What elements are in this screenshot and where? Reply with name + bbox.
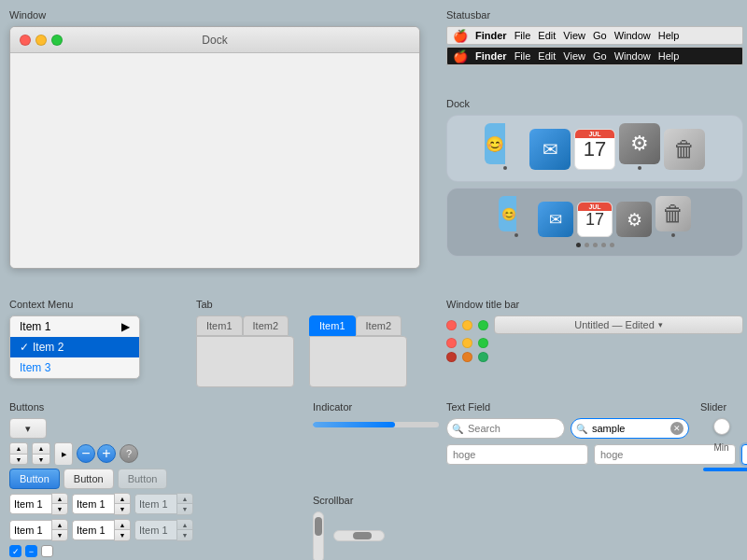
file-menu-dark[interactable]: File (514, 50, 531, 62)
go-menu-item[interactable]: Go (593, 30, 607, 41)
text-input-1[interactable] (446, 444, 588, 465)
primary-button-label: Button (20, 473, 49, 484)
titlebar-minimize-2[interactable] (462, 338, 472, 348)
title-dropdown-icon[interactable]: ▾ (658, 320, 663, 329)
clear-button[interactable]: ✕ (670, 422, 684, 435)
stepper-down-2[interactable]: ▼ (115, 504, 130, 514)
checkbox-minus[interactable]: − (25, 545, 37, 557)
stepper-up-2[interactable]: ▲ (115, 494, 130, 504)
stepper-dd-up-2[interactable]: ▲ (115, 520, 130, 530)
down-arrow-button[interactable]: ▼ (9, 454, 28, 465)
down-arrow-button-2[interactable]: ▼ (32, 454, 50, 465)
stepper-dd-input-3[interactable] (134, 520, 176, 540)
checkbox-unchecked[interactable] (41, 545, 53, 557)
statusbar-section: Statusbar 🍎 Finder File Edit View Go Win… (446, 9, 743, 67)
apple-menu-item[interactable]: 🍎 (453, 29, 468, 43)
dock-icon-finder-1[interactable]: 😊 (485, 123, 526, 170)
secondary-button-label: Button (74, 473, 104, 484)
scrollbar-vertical[interactable] (313, 511, 324, 560)
page-dot-5 (610, 243, 614, 247)
dock-icon-calendar-2[interactable]: JUL 17 (577, 202, 613, 237)
stepper-dd-input-1[interactable] (9, 520, 51, 540)
titlebar-minimize-1[interactable] (462, 320, 472, 330)
scrollbar-thumb-vertical[interactable] (315, 517, 322, 536)
indicator-section: Indicator (313, 401, 439, 427)
checkbox-checked[interactable]: ✓ (9, 545, 21, 557)
help-menu-item[interactable]: Help (658, 30, 680, 41)
slider-horizontal-track[interactable] (703, 468, 748, 471)
tab-item2-blue[interactable]: Item2 (356, 315, 402, 336)
minus-spin-button[interactable]: − (77, 444, 95, 463)
help-button[interactable]: ? (120, 444, 138, 463)
close-button[interactable] (20, 35, 31, 46)
dock-icon-mail-1[interactable]: ✉ (529, 129, 571, 170)
file-menu-item[interactable]: File (514, 30, 531, 41)
context-menu-label: Context Menu (9, 299, 187, 310)
scrollbar-thumb-horizontal[interactable] (353, 532, 372, 539)
dock-icon-finder-2[interactable]: 😊 (499, 196, 534, 237)
tab-item1-blue[interactable]: Item1 (309, 315, 356, 336)
slider-section: Slider Min (700, 401, 742, 471)
up-arrow-button-2[interactable]: ▲ (32, 442, 50, 454)
titlebar-minimize-3[interactable] (462, 352, 472, 362)
stepper-input-3[interactable] (134, 494, 176, 514)
minimize-button[interactable] (35, 35, 47, 46)
dropdown-label: ▾ (25, 423, 31, 435)
dropdown-button[interactable]: ▾ (9, 418, 47, 439)
secondary-button[interactable]: Button (63, 469, 114, 489)
tab-item2-normal[interactable]: Item2 (243, 315, 289, 336)
slider-label: Slider (700, 401, 742, 413)
dock-icon-trash-1[interactable]: 🗑 (664, 129, 705, 170)
tab-item1-normal[interactable]: Item1 (196, 315, 243, 336)
titlebar-maximize-3[interactable] (478, 352, 488, 362)
stepper-dd-arrows-2: ▲ ▼ (114, 519, 131, 541)
edit-menu-dark[interactable]: Edit (538, 50, 556, 62)
dock-container-1: 😊 ✉ JUL 17 ⚙ 🗑 (446, 115, 743, 182)
window-menu-dark[interactable]: Window (614, 50, 651, 62)
stepper-input-2[interactable] (72, 494, 114, 514)
dock-icon-prefs-1[interactable]: ⚙ (619, 123, 660, 170)
titlebar-close-1[interactable] (446, 320, 457, 330)
view-menu-dark[interactable]: View (563, 50, 585, 62)
window-title: Dock (202, 34, 227, 47)
search-input-1[interactable] (446, 418, 565, 439)
dock-dot-finder-1 (503, 166, 507, 170)
cal-day: 17 (575, 138, 614, 161)
edit-menu-item[interactable]: Edit (538, 30, 556, 41)
stepper-dd-input-2[interactable] (72, 520, 114, 540)
primary-button[interactable]: Button (9, 469, 60, 489)
stepper-dd-down-1[interactable]: ▼ (52, 530, 67, 540)
view-menu-item[interactable]: View (563, 30, 585, 41)
stepper-down-1[interactable]: ▼ (52, 504, 67, 514)
titlebar-maximize-2[interactable] (478, 338, 488, 348)
context-menu-item-3[interactable]: Item 3 (10, 357, 139, 378)
titlebar-close-2[interactable] (446, 338, 457, 348)
dock-icon-calendar-1[interactable]: JUL 17 (574, 129, 615, 170)
titlebar-maximize-1[interactable] (478, 320, 488, 330)
titlebar-close-3[interactable] (446, 352, 457, 362)
up-arrow-button[interactable]: ▲ (9, 442, 28, 454)
stepper-dd-down-2[interactable]: ▼ (115, 530, 130, 540)
dock-icon-trash-2[interactable]: 🗑 (655, 196, 691, 237)
dock-icon-mail-2[interactable]: ✉ (538, 202, 573, 237)
stepper-up-1[interactable]: ▲ (52, 494, 67, 504)
right-arrow-button[interactable]: ▶ (54, 442, 73, 465)
help-menu-dark[interactable]: Help (658, 50, 680, 62)
apple-menu-dark[interactable]: 🍎 (453, 49, 468, 63)
scrollbar-horizontal[interactable] (333, 530, 385, 541)
finder-menu-item[interactable]: Finder (475, 30, 507, 41)
stepper-dd-up-1[interactable]: ▲ (52, 520, 67, 530)
stepper-input-1[interactable] (9, 494, 51, 514)
window-menu-item[interactable]: Window (614, 30, 651, 41)
slider-thumb[interactable] (713, 418, 730, 435)
finder-menu-dark[interactable]: Finder (475, 50, 507, 62)
dock-icon-prefs-2[interactable]: ⚙ (616, 202, 652, 237)
plus-spin-button[interactable]: + (97, 444, 116, 463)
go-menu-dark[interactable]: Go (593, 50, 607, 62)
tab-bar-blue: Item1 Item2 (309, 315, 407, 336)
context-menu-item-1[interactable]: Item 1 ▶ (10, 316, 139, 337)
context-menu-item-2[interactable]: ✓ Item 2 (10, 337, 139, 357)
context-menu-item-1-label: Item 1 (20, 320, 50, 333)
maximize-button[interactable] (51, 35, 63, 46)
cal-day-2: 17 (578, 211, 612, 230)
